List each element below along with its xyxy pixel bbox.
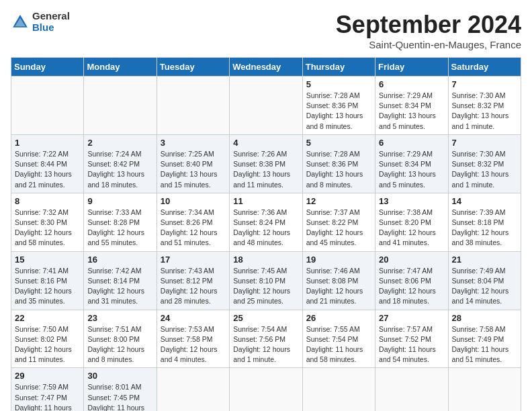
day-info: Sunrise: 7:30 AM Sunset: 8:32 PM Dayligh… [452, 91, 517, 132]
calendar-cell [375, 368, 448, 411]
day-info: Sunrise: 7:45 AM Sunset: 8:10 PM Dayligh… [233, 266, 298, 307]
logo-blue-label: Blue [32, 22, 70, 34]
day-info: Sunrise: 7:30 AM Sunset: 8:32 PM Dayligh… [452, 149, 517, 190]
day-info: Sunrise: 7:55 AM Sunset: 7:54 PM Dayligh… [306, 324, 371, 365]
calendar-cell [157, 368, 229, 411]
calendar-cell [302, 368, 375, 411]
day-info: Sunrise: 7:49 AM Sunset: 8:04 PM Dayligh… [452, 266, 517, 307]
calendar-week-1: 5Sunrise: 7:28 AM Sunset: 8:36 PM Daylig… [11, 77, 521, 135]
calendar-cell [448, 368, 521, 411]
calendar-cell: 10Sunrise: 7:34 AM Sunset: 8:26 PM Dayli… [157, 193, 229, 251]
calendar-cell: 5Sunrise: 7:28 AM Sunset: 8:36 PM Daylig… [302, 134, 375, 193]
day-number: 24 [161, 313, 226, 323]
calendar-week-6: 29Sunrise: 7:59 AM Sunset: 7:47 PM Dayli… [11, 368, 521, 411]
calendar-cell: 21Sunrise: 7:49 AM Sunset: 8:04 PM Dayli… [448, 251, 521, 310]
calendar-cell: 24Sunrise: 7:53 AM Sunset: 7:58 PM Dayli… [157, 310, 229, 368]
day-number: 2 [87, 138, 152, 148]
day-info: Sunrise: 7:38 AM Sunset: 8:20 PM Dayligh… [379, 208, 444, 248]
calendar-cell: 22Sunrise: 7:50 AM Sunset: 8:02 PM Dayli… [11, 310, 84, 368]
column-header-sunday: Sunday [11, 58, 84, 77]
day-info: Sunrise: 7:53 AM Sunset: 7:58 PM Dayligh… [161, 324, 226, 365]
day-info: Sunrise: 7:37 AM Sunset: 8:22 PM Dayligh… [306, 208, 371, 248]
day-number: 14 [452, 196, 517, 206]
day-info: Sunrise: 7:25 AM Sunset: 8:40 PM Dayligh… [161, 149, 226, 190]
calendar-cell: 20Sunrise: 7:47 AM Sunset: 8:06 PM Dayli… [375, 251, 448, 310]
logo-icon [11, 13, 30, 32]
calendar-week-2: 1Sunrise: 7:22 AM Sunset: 8:44 PM Daylig… [11, 134, 521, 193]
day-number: 10 [161, 196, 226, 206]
day-info: Sunrise: 7:58 AM Sunset: 7:49 PM Dayligh… [452, 324, 517, 365]
calendar-cell: 12Sunrise: 7:37 AM Sunset: 8:22 PM Dayli… [302, 193, 375, 251]
day-info: Sunrise: 7:47 AM Sunset: 8:06 PM Dayligh… [379, 266, 444, 307]
calendar-cell: 4Sunrise: 7:26 AM Sunset: 8:38 PM Daylig… [230, 134, 302, 193]
title-block: September 2024 Saint-Quentin-en-Mauges, … [336, 11, 521, 50]
calendar-week-4: 15Sunrise: 7:41 AM Sunset: 8:16 PM Dayli… [11, 251, 521, 310]
day-info: Sunrise: 7:29 AM Sunset: 8:34 PM Dayligh… [379, 149, 444, 190]
calendar-cell: 2Sunrise: 7:24 AM Sunset: 8:42 PM Daylig… [84, 134, 157, 193]
calendar-cell [230, 368, 302, 411]
day-number: 17 [161, 255, 226, 265]
day-number: 16 [87, 255, 152, 265]
calendar-cell: 17Sunrise: 7:43 AM Sunset: 8:12 PM Dayli… [157, 251, 229, 310]
day-info: Sunrise: 7:32 AM Sunset: 8:30 PM Dayligh… [15, 208, 80, 248]
calendar-cell: 30Sunrise: 8:01 AM Sunset: 7:45 PM Dayli… [84, 368, 157, 411]
calendar-cell: 7Sunrise: 7:30 AM Sunset: 8:32 PM Daylig… [448, 77, 521, 135]
calendar-cell: 23Sunrise: 7:51 AM Sunset: 8:00 PM Dayli… [84, 310, 157, 368]
calendar-cell: 7Sunrise: 7:30 AM Sunset: 8:32 PM Daylig… [448, 134, 521, 193]
day-number: 11 [233, 196, 298, 206]
calendar-cell: 16Sunrise: 7:42 AM Sunset: 8:14 PM Dayli… [84, 251, 157, 310]
day-number: 9 [87, 196, 152, 206]
day-info: Sunrise: 7:33 AM Sunset: 8:28 PM Dayligh… [87, 208, 152, 248]
day-info: Sunrise: 7:43 AM Sunset: 8:12 PM Dayligh… [161, 266, 226, 307]
calendar-cell [230, 77, 302, 135]
calendar-cell: 5Sunrise: 7:28 AM Sunset: 8:36 PM Daylig… [302, 77, 375, 135]
day-number: 19 [306, 255, 371, 265]
calendar-cell: 18Sunrise: 7:45 AM Sunset: 8:10 PM Dayli… [230, 251, 302, 310]
day-info: Sunrise: 7:50 AM Sunset: 8:02 PM Dayligh… [15, 324, 80, 365]
day-number: 20 [379, 255, 444, 265]
calendar-table: SundayMondayTuesdayWednesdayThursdayFrid… [11, 57, 521, 411]
calendar-header-row: SundayMondayTuesdayWednesdayThursdayFrid… [11, 58, 521, 77]
column-header-monday: Monday [84, 58, 157, 77]
calendar-week-3: 8Sunrise: 7:32 AM Sunset: 8:30 PM Daylig… [11, 193, 521, 251]
calendar-cell: 15Sunrise: 7:41 AM Sunset: 8:16 PM Dayli… [11, 251, 84, 310]
calendar-cell: 6Sunrise: 7:29 AM Sunset: 8:34 PM Daylig… [375, 77, 448, 135]
day-info: Sunrise: 7:36 AM Sunset: 8:24 PM Dayligh… [233, 208, 298, 248]
day-number: 18 [233, 255, 298, 265]
day-number: 23 [87, 313, 152, 323]
calendar-cell: 6Sunrise: 7:29 AM Sunset: 8:34 PM Daylig… [375, 134, 448, 193]
day-info: Sunrise: 7:59 AM Sunset: 7:47 PM Dayligh… [15, 382, 80, 411]
calendar-cell: 19Sunrise: 7:46 AM Sunset: 8:08 PM Dayli… [302, 251, 375, 310]
day-info: Sunrise: 7:24 AM Sunset: 8:42 PM Dayligh… [87, 149, 152, 190]
column-header-friday: Friday [375, 58, 448, 77]
day-number: 27 [379, 313, 444, 323]
month-title: September 2024 [336, 11, 521, 39]
day-number: 22 [15, 313, 80, 323]
calendar-cell: 13Sunrise: 7:38 AM Sunset: 8:20 PM Dayli… [375, 193, 448, 251]
day-number: 4 [233, 138, 298, 148]
day-number: 25 [233, 313, 298, 323]
calendar-cell: 1Sunrise: 7:22 AM Sunset: 8:44 PM Daylig… [11, 134, 84, 193]
day-number: 21 [452, 255, 517, 265]
day-info: Sunrise: 7:42 AM Sunset: 8:14 PM Dayligh… [87, 266, 152, 307]
calendar-cell: 25Sunrise: 7:54 AM Sunset: 7:56 PM Dayli… [230, 310, 302, 368]
day-info: Sunrise: 7:29 AM Sunset: 8:34 PM Dayligh… [379, 91, 444, 132]
day-info: Sunrise: 7:51 AM Sunset: 8:00 PM Dayligh… [87, 324, 152, 365]
day-number: 3 [161, 138, 226, 148]
day-info: Sunrise: 7:28 AM Sunset: 8:36 PM Dayligh… [306, 91, 371, 132]
day-info: Sunrise: 7:26 AM Sunset: 8:38 PM Dayligh… [233, 149, 298, 190]
column-header-wednesday: Wednesday [230, 58, 302, 77]
day-info: Sunrise: 7:39 AM Sunset: 8:18 PM Dayligh… [452, 208, 517, 248]
day-number: 5 [306, 79, 371, 89]
day-info: Sunrise: 7:46 AM Sunset: 8:08 PM Dayligh… [306, 266, 371, 307]
day-info: Sunrise: 7:28 AM Sunset: 8:36 PM Dayligh… [306, 149, 371, 190]
day-number: 30 [87, 371, 152, 381]
calendar-cell [84, 77, 157, 135]
day-info: Sunrise: 7:41 AM Sunset: 8:16 PM Dayligh… [15, 266, 80, 307]
logo-general-label: General [32, 11, 70, 22]
calendar-cell: 14Sunrise: 7:39 AM Sunset: 8:18 PM Dayli… [448, 193, 521, 251]
day-number: 26 [306, 313, 371, 323]
day-number: 6 [379, 138, 444, 148]
calendar-cell: 27Sunrise: 7:57 AM Sunset: 7:52 PM Dayli… [375, 310, 448, 368]
day-number: 7 [452, 138, 517, 148]
